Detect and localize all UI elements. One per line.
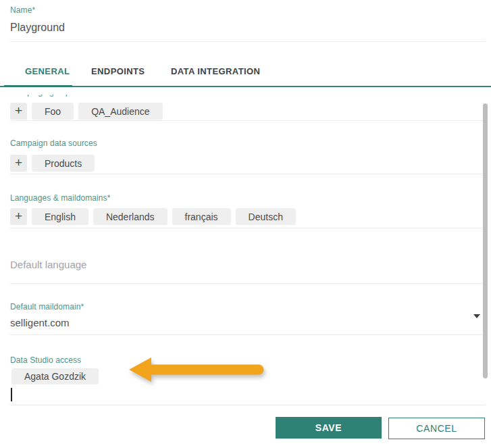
chip-foo[interactable]: Foo [32,103,74,120]
chip-agata-gozdzik[interactable]: Agata Gozdzik [11,368,99,384]
chip-nederlands[interactable]: Nederlands [93,208,167,225]
text-cursor [11,388,12,401]
organization-settings-form: Name* Playground GENERAL ENDPOINTS DATA … [0,0,491,448]
divider [10,120,486,121]
chip-deutsch[interactable]: Deutsch [236,208,296,225]
default-maildomain-select[interactable]: selligent.com [10,317,70,328]
divider [10,405,486,405]
cancel-button[interactable]: CANCEL [388,418,485,439]
chip-francais[interactable]: français [172,208,231,225]
save-button[interactable]: SAVE [276,417,382,439]
campaign-groups-chip-row: + Foo QA_Audience [10,103,167,120]
campaign-groups-label-clipped: Campaign groups [10,95,74,99]
chip-english[interactable]: English [32,208,88,225]
active-tab-indicator [4,85,72,88]
divider [10,334,486,335]
annotation-arrow-icon [124,352,269,387]
default-maildomain-label: Default maildomain* [10,302,84,312]
campaign-data-sources-chip-row: + Products [10,155,99,172]
name-label: Name* [10,5,35,15]
languages-maildomains-label: Languages & maildomains* [10,193,111,203]
data-studio-chip-row: Agata Gozdzik [11,368,103,384]
default-language-field[interactable]: Default language [10,259,86,270]
divider [10,283,486,284]
chip-qa-audience[interactable]: QA_Audience [78,103,162,120]
add-icon[interactable]: + [10,208,27,225]
data-studio-access-label: Data Studio access [10,355,81,365]
scrollbar-thumb[interactable] [483,103,488,378]
name-input[interactable]: Playground [10,22,65,34]
divider [10,174,486,174]
divider [10,228,486,228]
tabs-underline [0,86,491,87]
divider [10,41,486,42]
tab-data-integration[interactable]: DATA INTEGRATION [171,66,260,76]
tab-endpoints[interactable]: ENDPOINTS [91,66,145,76]
languages-chip-row: + English Nederlands français Deutsch [10,208,301,225]
add-icon[interactable]: + [10,155,27,172]
chip-products[interactable]: Products [32,155,95,172]
campaign-data-sources-label: Campaign data sources [10,139,97,148]
tab-general[interactable]: GENERAL [25,66,70,76]
chevron-down-icon[interactable] [473,314,480,318]
add-icon[interactable]: + [10,103,27,120]
